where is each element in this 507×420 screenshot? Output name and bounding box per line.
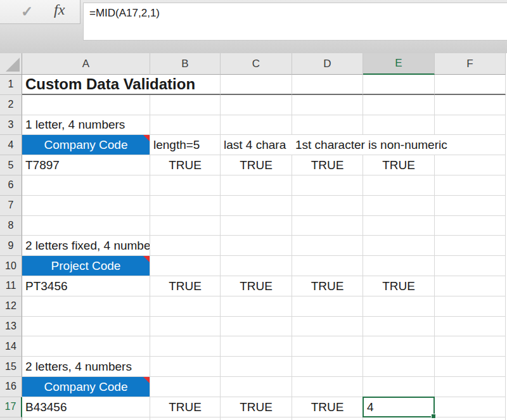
cell-A13[interactable] [22,317,150,337]
cell-C12[interactable] [221,296,292,317]
formula-input[interactable]: =MID(A17,2,1) [83,3,507,41]
cell-E3[interactable] [363,115,435,136]
cell-C13[interactable] [221,317,292,337]
cell-B10[interactable] [150,256,221,276]
cell-F1[interactable] [435,75,506,95]
cell-A7[interactable] [22,196,150,216]
cell-C11[interactable]: TRUE [221,276,292,296]
cell-F16[interactable] [435,377,506,397]
cell-D10[interactable] [292,256,363,276]
cell-C14[interactable] [221,336,292,357]
cell-D4[interactable]: 1st character is non-numeric [292,135,363,155]
cell-F11[interactable] [435,276,506,296]
cell-D18[interactable] [292,417,363,420]
row-header-3[interactable]: 3 [0,115,22,136]
cell-E17[interactable]: 4 [363,397,435,417]
cell-D3[interactable] [292,115,363,136]
row-header-1[interactable]: 1 [0,75,22,95]
insert-function-fx-icon[interactable]: fx [54,1,65,18]
cell-F7[interactable] [435,196,506,216]
cell-D16[interactable] [292,377,363,397]
column-header-E[interactable]: E [363,53,435,75]
cell-F9[interactable] [435,236,506,256]
cell-C15[interactable] [221,357,292,377]
cell-F15[interactable] [435,357,506,377]
cell-A16[interactable]: Company Code [22,377,150,397]
cell-C3[interactable] [221,115,292,136]
cell-A14[interactable] [22,336,150,357]
cell-A12[interactable] [22,296,150,317]
cell-E12[interactable] [363,296,435,317]
cell-C17[interactable]: TRUE [221,397,292,417]
cell-A8[interactable] [22,216,150,236]
cell-D7[interactable] [292,196,363,216]
cell-F18[interactable] [435,417,506,420]
row-header-17[interactable]: 17 [0,397,22,417]
cell-B15[interactable] [150,357,221,377]
cell-D15[interactable] [292,357,363,377]
cell-C4[interactable]: last 4 chara [221,135,292,155]
cell-F5[interactable] [435,155,506,175]
cell-B14[interactable] [150,336,221,357]
column-header-F[interactable]: F [435,53,506,75]
row-header-11[interactable]: 11 [0,276,22,296]
row-header-4[interactable]: 4 [0,135,22,155]
cell-F12[interactable] [435,296,506,317]
cell-A3[interactable]: 1 letter, 4 numbers [22,115,150,136]
row-header-7[interactable]: 7 [0,196,22,216]
cell-D5[interactable]: TRUE [292,155,363,175]
cell-E8[interactable] [363,216,435,236]
cell-B9[interactable] [150,236,221,256]
cell-B8[interactable] [150,216,221,236]
cell-D13[interactable] [292,317,363,337]
cell-E9[interactable] [363,236,435,256]
cell-A4[interactable]: Company Code [22,135,150,155]
cell-F8[interactable] [435,216,506,236]
cell-E2[interactable] [363,95,435,115]
row-header-14[interactable]: 14 [0,336,22,357]
column-header-A[interactable]: A [22,53,150,75]
cell-F10[interactable] [435,256,506,276]
column-header-D[interactable]: D [292,53,363,75]
row-header-8[interactable]: 8 [0,216,22,236]
cell-D14[interactable] [292,336,363,357]
cell-A18[interactable] [22,417,150,420]
cell-D11[interactable]: TRUE [292,276,363,296]
cell-F3[interactable] [435,115,506,136]
row-header-13[interactable]: 13 [0,317,22,337]
row-header-10[interactable]: 10 [0,256,22,276]
cell-B7[interactable] [150,196,221,216]
cell-F13[interactable] [435,317,506,337]
cell-D17[interactable]: TRUE [292,397,363,417]
cell-D9[interactable] [292,236,363,256]
cell-C1[interactable] [221,75,292,95]
cell-A6[interactable] [22,175,150,196]
cell-C5[interactable]: TRUE [221,155,292,175]
cell-E11[interactable]: TRUE [363,276,435,296]
cell-C2[interactable] [221,95,292,115]
row-header-16[interactable]: 16 [0,377,22,397]
cell-B11[interactable]: TRUE [150,276,221,296]
cell-C18[interactable] [221,417,292,420]
cell-E7[interactable] [363,196,435,216]
cell-F17[interactable] [435,397,506,417]
cell-E15[interactable] [363,357,435,377]
cell-B13[interactable] [150,317,221,337]
column-header-B[interactable]: B [150,53,221,75]
cell-A5[interactable]: T7897 [22,155,150,175]
row-header-12[interactable]: 12 [0,296,22,317]
cell-C8[interactable] [221,216,292,236]
cell-A11[interactable]: PT3456 [22,276,150,296]
cell-E16[interactable] [363,377,435,397]
cell-B18[interactable] [150,417,221,420]
cell-C6[interactable] [221,175,292,196]
cell-C9[interactable] [221,236,292,256]
cell-C10[interactable] [221,256,292,276]
cell-B17[interactable]: TRUE [150,397,221,417]
cell-D12[interactable] [292,296,363,317]
row-header-18[interactable] [0,417,22,420]
row-header-9[interactable]: 9 [0,236,22,256]
fill-handle[interactable] [431,414,436,419]
cell-C7[interactable] [221,196,292,216]
cell-B4[interactable]: length=5 [150,135,221,155]
